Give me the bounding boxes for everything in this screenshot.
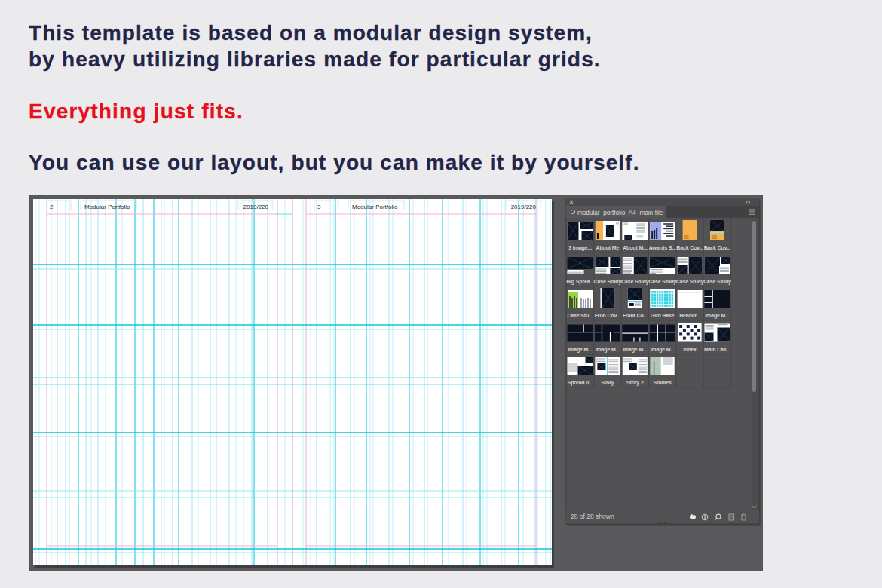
svg-text:Front Co...: Front Co... xyxy=(623,313,648,318)
svg-text:About M...: About M... xyxy=(623,245,648,250)
svg-text:28 of 28 shown: 28 of 28 shown xyxy=(571,513,614,520)
svg-text:Index: Index xyxy=(683,347,697,352)
svg-text:Spread 0...: Spread 0... xyxy=(568,380,593,386)
svg-text:Image M...: Image M... xyxy=(623,347,648,353)
svg-text:Image M...: Image M... xyxy=(596,347,620,353)
svg-text:Gird Base: Gird Base xyxy=(651,313,675,318)
svg-text:Back Cov...: Back Cov... xyxy=(676,245,703,250)
svg-text:3: 3 xyxy=(317,204,321,210)
svg-text:Story: Story xyxy=(601,380,614,386)
svg-text:Case Study: Case Study xyxy=(648,279,676,285)
svg-text:modular_portfolio_A4–main-file: modular_portfolio_A4–main-file xyxy=(577,210,663,216)
svg-text:Modular Portfolio: Modular Portfolio xyxy=(84,204,130,210)
svg-text:2019/220: 2019/220 xyxy=(243,204,269,210)
svg-text:Big Sprea...: Big Sprea... xyxy=(566,279,594,285)
svg-text:2019/220: 2019/220 xyxy=(511,204,537,210)
svg-text:Case Stu...: Case Stu... xyxy=(567,313,593,318)
svg-text:Story 2: Story 2 xyxy=(626,380,644,386)
svg-text:Image M...: Image M... xyxy=(568,347,593,353)
svg-text:Awards S...: Awards S... xyxy=(649,245,676,250)
svg-text:Back Cov...: Back Cov... xyxy=(704,245,731,250)
svg-text:About Me: About Me xyxy=(596,245,620,250)
svg-text:Main Cas...: Main Cas... xyxy=(704,347,730,352)
svg-text:Fron Cov...: Fron Cov... xyxy=(595,313,621,318)
svg-text:Modular Portfolio: Modular Portfolio xyxy=(352,204,398,210)
svg-text:Case Study: Case Study xyxy=(703,279,731,285)
svg-text:2: 2 xyxy=(50,204,54,210)
svg-text:Image M...: Image M... xyxy=(651,347,675,353)
svg-text:Studies: Studies xyxy=(654,380,672,385)
svg-text:3 Image...: 3 Image... xyxy=(568,245,592,251)
svg-text:Case Study: Case Study xyxy=(594,279,622,285)
svg-text:Case Study: Case Study xyxy=(676,279,704,285)
svg-text:Header...: Header... xyxy=(679,313,700,318)
svg-text:Image M...: Image M... xyxy=(705,313,730,319)
svg-text:Case Study: Case Study xyxy=(621,279,649,285)
